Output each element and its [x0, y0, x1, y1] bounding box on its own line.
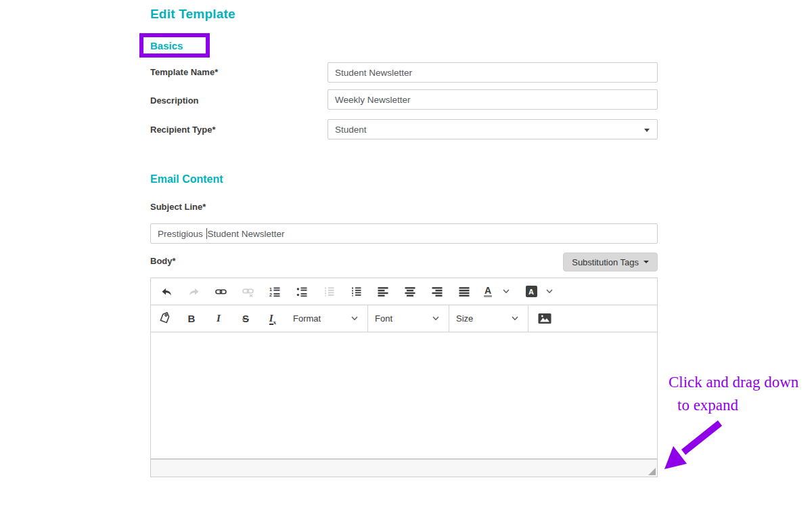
redo-button[interactable]: [180, 278, 207, 305]
undo-icon: [161, 286, 173, 297]
align-left-icon: [378, 286, 388, 297]
edit-template-page: Edit Template Basics Template Name* Desc…: [0, 0, 812, 505]
editor-status-bar: [150, 459, 658, 477]
italic-button[interactable]: I: [205, 305, 232, 332]
size-dropdown[interactable]: Size: [449, 305, 528, 332]
chevron-down-icon: [503, 289, 510, 294]
toolbar-image-group: [528, 305, 657, 332]
svg-text:1: 1: [269, 286, 272, 291]
description-label: Description: [150, 95, 199, 106]
link-button[interactable]: [207, 278, 234, 305]
annotation-arrow-icon: [650, 413, 731, 481]
tag-icon: [158, 312, 171, 325]
recipient-type-value: Student: [335, 125, 367, 135]
undo-button[interactable]: [153, 278, 180, 305]
align-center-button[interactable]: [397, 278, 424, 305]
substitution-tags-button[interactable]: Substitution Tags: [563, 252, 658, 271]
image-icon: [538, 313, 551, 324]
background-color-dropdown-button[interactable]: [541, 278, 558, 305]
annotation-line-1: Click and drag down: [669, 374, 798, 391]
align-center-icon: [405, 286, 415, 297]
text-color-dropdown-button[interactable]: [498, 278, 514, 305]
chevron-down-icon: [644, 129, 650, 132]
text-cursor: [206, 228, 207, 239]
chevron-down-icon: [512, 316, 518, 321]
redo-icon: [188, 286, 200, 297]
recipient-type-label: Recipient Type*: [150, 125, 216, 135]
annotation-line-2: to expand: [677, 397, 738, 414]
text-color-button[interactable]: A: [478, 278, 498, 305]
remove-format-button[interactable]: Ix: [259, 305, 286, 332]
indent-button[interactable]: [342, 278, 369, 305]
format-dropdown[interactable]: Format: [286, 305, 367, 332]
align-right-icon: [432, 286, 443, 297]
bold-icon: B: [188, 313, 196, 324]
outdent-button[interactable]: [315, 278, 342, 305]
bold-button[interactable]: B: [178, 305, 205, 332]
chevron-down-icon: [351, 316, 358, 321]
description-input[interactable]: [328, 89, 658, 110]
email-content-section-heading: Email Content: [150, 173, 223, 185]
font-dropdown-label: Font: [375, 313, 392, 324]
remove-format-icon: Ix: [269, 312, 276, 326]
outdent-icon: [323, 286, 334, 297]
subject-text-after-caret: Student Newsletter: [208, 229, 285, 239]
strikethrough-button[interactable]: S: [232, 305, 259, 332]
subject-line-label: Subject Line*: [150, 202, 206, 212]
unlink-icon: [242, 286, 254, 297]
font-dropdown[interactable]: Font: [368, 305, 449, 332]
toolbar-format-group: B I S Ix Format: [151, 305, 367, 332]
recipient-type-select[interactable]: Student: [328, 119, 658, 139]
basics-section-heading: Basics: [150, 40, 183, 51]
toolbar-size-group: Size: [449, 305, 528, 332]
background-color-icon: A: [526, 286, 537, 297]
align-right-button[interactable]: [424, 278, 451, 305]
insert-image-button[interactable]: [535, 305, 554, 332]
template-name-input[interactable]: [328, 62, 658, 83]
indent-icon: [351, 286, 361, 297]
unlink-button[interactable]: [234, 278, 261, 305]
substitution-tags-label: Substitution Tags: [572, 257, 639, 267]
caret-down-icon: [644, 261, 649, 263]
editor-toolbar-row-2: B I S Ix Format: [151, 305, 657, 332]
editor-toolbar-row-1: 1 2: [151, 278, 657, 305]
italic-icon: I: [217, 313, 221, 324]
bulleted-list-button[interactable]: [288, 278, 315, 305]
svg-text:2: 2: [269, 292, 272, 297]
chevron-down-icon: [432, 316, 439, 321]
body-rich-text-editor: 1 2: [150, 278, 658, 459]
resize-handle[interactable]: [648, 468, 656, 475]
body-label: Body*: [150, 256, 176, 266]
numbered-list-icon: 1 2: [269, 286, 280, 297]
justify-icon: [459, 286, 470, 297]
subject-text-before-caret: Prestigious: [158, 229, 206, 239]
template-name-label: Template Name*: [150, 67, 218, 77]
format-dropdown-label: Format: [293, 313, 321, 324]
numbered-list-button[interactable]: 1 2: [261, 278, 288, 305]
chevron-down-icon: [546, 289, 553, 294]
justify-button[interactable]: [451, 278, 478, 305]
page-title: Edit Template: [150, 7, 235, 22]
text-color-icon: A: [484, 286, 492, 297]
basics-highlight-box: Basics: [139, 33, 210, 58]
link-icon: [215, 286, 227, 297]
align-left-button[interactable]: [369, 278, 397, 305]
subject-line-input[interactable]: Prestigious Student Newsletter: [150, 223, 658, 244]
tag-button[interactable]: [151, 305, 178, 332]
strikethrough-icon: S: [242, 313, 249, 324]
bulleted-list-icon: [296, 286, 307, 297]
size-dropdown-label: Size: [456, 313, 473, 324]
background-color-button[interactable]: A: [521, 278, 541, 305]
editor-body-content[interactable]: [151, 332, 657, 458]
toolbar-font-group: Font: [367, 305, 449, 332]
